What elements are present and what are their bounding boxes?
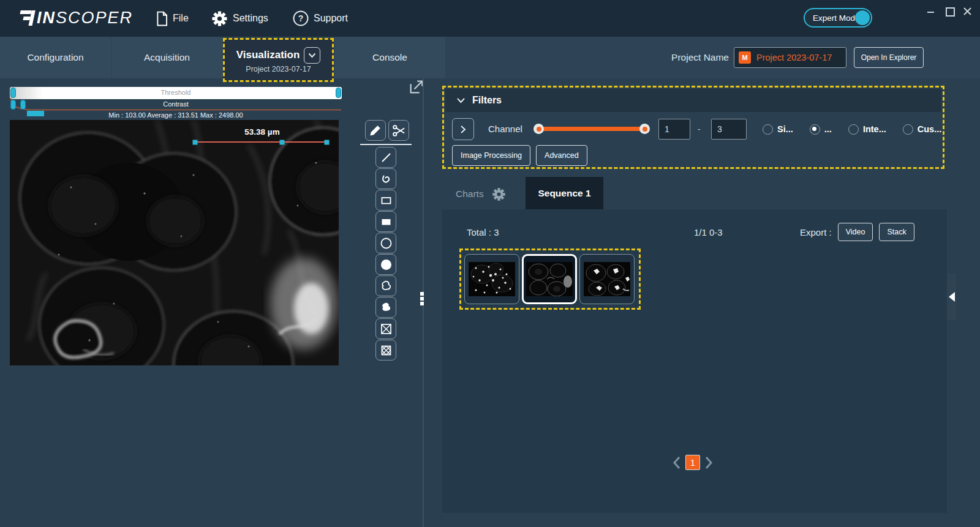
threshold-label: Threshold xyxy=(10,89,342,96)
next-page-button[interactable] xyxy=(704,456,713,469)
previous-page-button[interactable] xyxy=(673,456,681,469)
thumbnail-3[interactable] xyxy=(579,254,635,304)
expert-mode-toggle[interactable]: Expert Mode xyxy=(804,8,872,28)
threshold-slider[interactable]: Threshold xyxy=(10,87,342,99)
filters-header[interactable]: Filters xyxy=(445,89,941,112)
measurement-handle-start[interactable] xyxy=(193,140,198,145)
measurement-handle-mid[interactable] xyxy=(280,140,285,145)
chevron-down-icon xyxy=(456,97,466,103)
support-menu-label: Support xyxy=(314,13,348,24)
tab-charts-label: Charts xyxy=(456,189,484,200)
logo-glyph-icon xyxy=(17,10,36,26)
channel-slider-handle-min[interactable] xyxy=(533,124,544,134)
ellipse-filled-tool-button[interactable] xyxy=(375,254,396,275)
filters-title: Filters xyxy=(472,95,502,106)
contrast-handle-left[interactable] xyxy=(10,100,16,110)
tab-visualization-subtitle: Project 2023-07-17 xyxy=(246,65,311,73)
delete-roi-tool-button[interactable] xyxy=(375,318,396,339)
splitter-grip[interactable] xyxy=(420,292,424,305)
radio-circle xyxy=(763,124,773,135)
measurement-value: 53.38 µm xyxy=(244,127,279,136)
ellipse-outline-tool-button[interactable] xyxy=(375,233,396,253)
file-menu[interactable]: File xyxy=(156,0,189,37)
project-name-field[interactable]: M Project 2023-07-17 xyxy=(734,47,846,68)
blob-outline-icon xyxy=(379,279,393,293)
scissors-icon xyxy=(392,124,406,138)
channel-range-slider[interactable] xyxy=(535,127,649,131)
channel-expand-button[interactable] xyxy=(452,118,474,140)
rectangle-filled-tool-button[interactable] xyxy=(375,211,396,232)
contrast-handle-right[interactable] xyxy=(20,100,26,110)
threshold-handle-left[interactable] xyxy=(10,88,16,98)
tab-visualization[interactable]: Visualization Project 2023-07-17 xyxy=(223,38,334,82)
title-bar: INSCOPER File Settings xyxy=(0,0,980,37)
image-processing-button[interactable]: Image Processing xyxy=(452,145,530,166)
charts-gear-icon[interactable] xyxy=(492,187,506,201)
close-button[interactable] xyxy=(963,7,971,15)
rectangle-outline-icon xyxy=(379,193,393,207)
app-window: INSCOPER File Settings xyxy=(0,0,980,527)
channel-slider-handle-max[interactable] xyxy=(639,124,650,134)
tab-console[interactable]: Console xyxy=(334,37,445,78)
radio-option-3[interactable]: Inte... xyxy=(848,124,886,135)
export-video-button[interactable]: Video xyxy=(838,223,873,241)
settings-menu[interactable]: Settings xyxy=(211,0,268,37)
thumbnail-1[interactable] xyxy=(464,254,519,304)
curve-icon xyxy=(379,172,393,186)
delete-all-roi-tool-button[interactable] xyxy=(375,340,396,361)
radio-label: ... xyxy=(824,124,832,134)
filters-section: Filters Channel - Si... ... Inte... xyxy=(442,86,944,169)
pagination: 1 xyxy=(673,455,713,470)
thumbnail-2-selected[interactable] xyxy=(522,254,577,304)
microscopy-image-canvas[interactable]: 53.38 µm xyxy=(10,120,339,365)
tab-charts[interactable]: Charts xyxy=(456,184,506,204)
blob-filled-icon xyxy=(379,301,393,315)
radio-circle xyxy=(848,124,859,135)
gear-icon xyxy=(211,10,228,27)
close-icon xyxy=(963,7,971,15)
chevron-left-icon xyxy=(673,456,681,469)
polygon-outline-tool-button[interactable] xyxy=(375,275,396,296)
visualization-dropdown-button[interactable] xyxy=(304,47,320,64)
filters-buttons: Image Processing Advanced xyxy=(452,145,587,166)
svg-text:?: ? xyxy=(298,13,304,23)
toolbar-divider xyxy=(360,144,412,145)
tab-acquisition[interactable]: Acquisition xyxy=(111,37,222,78)
channel-label: Channel xyxy=(488,118,522,140)
chevron-right-icon xyxy=(460,125,466,134)
intensity-stats: Min : 103.00 Average : 313.51 Max : 2498… xyxy=(10,111,342,119)
file-icon xyxy=(156,11,168,26)
rectangle-outline-tool-button[interactable] xyxy=(375,190,396,211)
page-number-button[interactable]: 1 xyxy=(685,455,700,470)
tab-configuration[interactable]: Configuration xyxy=(0,37,111,78)
tab-acquisition-label: Acquisition xyxy=(144,52,190,63)
tab-configuration-label: Configuration xyxy=(27,52,83,63)
question-icon: ? xyxy=(293,10,309,26)
maximize-button[interactable] xyxy=(945,7,953,15)
radio-option-4[interactable]: Cus... xyxy=(903,124,941,135)
open-in-explorer-button[interactable]: Open In Explorer xyxy=(854,47,924,68)
sequence-total: Total : 3 xyxy=(467,227,499,237)
export-stack-button[interactable]: Stack xyxy=(879,223,914,241)
thumbnail-image-2 xyxy=(526,262,573,296)
freehand-tool-button[interactable] xyxy=(375,168,396,189)
tab-sequence-1[interactable]: Sequence 1 xyxy=(526,177,603,209)
circle-filled-icon xyxy=(379,258,393,272)
pencil-tool-button[interactable] xyxy=(365,120,386,141)
threshold-handle-right[interactable] xyxy=(336,88,341,98)
measurement-handle-end[interactable] xyxy=(325,140,330,145)
minimize-button[interactable] xyxy=(927,7,935,15)
line-tool-button[interactable] xyxy=(375,147,396,168)
contrast-slider[interactable]: Contrast xyxy=(10,100,342,110)
advanced-button[interactable]: Advanced xyxy=(536,145,587,166)
toggle-knob[interactable] xyxy=(855,10,870,25)
radio-option-1[interactable]: Si... xyxy=(763,124,793,135)
panel-collapse-handle[interactable] xyxy=(947,274,956,320)
support-menu[interactable]: ? Support xyxy=(293,0,348,37)
channel-max-input[interactable] xyxy=(711,119,747,140)
polygon-filled-tool-button[interactable] xyxy=(375,297,396,318)
radio-option-2[interactable]: ... xyxy=(810,124,832,135)
channel-min-input[interactable] xyxy=(658,119,690,140)
chevron-right-icon xyxy=(704,456,713,469)
cut-tool-button[interactable] xyxy=(388,120,409,141)
